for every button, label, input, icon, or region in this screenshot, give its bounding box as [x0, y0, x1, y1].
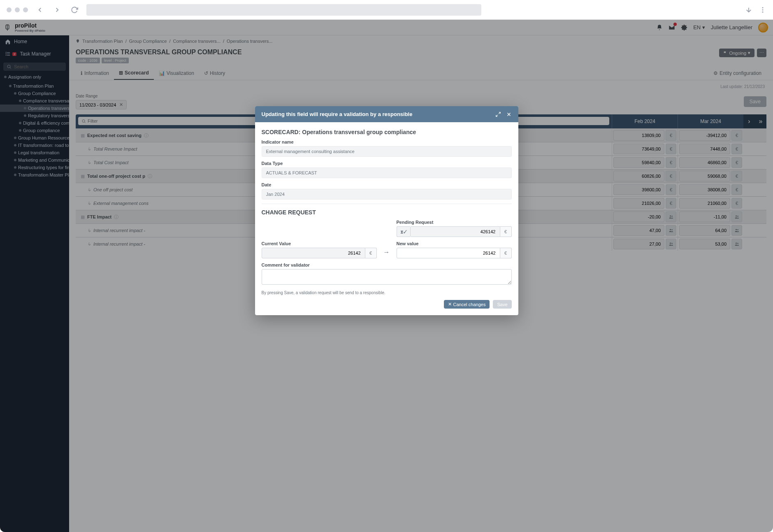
- close-icon: ✕: [448, 302, 452, 307]
- date-field: [262, 189, 512, 200]
- svg-point-2: [762, 9, 764, 10]
- currency-unit: €: [500, 248, 512, 258]
- modal-hint: By pressing Save, a validation request w…: [262, 290, 512, 295]
- more-icon[interactable]: [759, 6, 766, 14]
- svg-point-1: [762, 7, 764, 8]
- comment-label: Comment for validator: [262, 263, 512, 267]
- browser-chrome: [0, 0, 773, 20]
- traffic-lights: [7, 7, 28, 12]
- datatype-field: [262, 167, 512, 178]
- traffic-light-min[interactable]: [15, 7, 20, 12]
- back-icon[interactable]: [35, 5, 45, 15]
- arrow-right-icon: →: [382, 249, 392, 258]
- url-bar[interactable]: [86, 4, 481, 16]
- indicator-field: [262, 146, 512, 157]
- comment-field[interactable]: [262, 269, 512, 285]
- currency-unit: €: [365, 248, 377, 258]
- current-value-field: [262, 248, 365, 258]
- modal-title: Updating this field will require a valid…: [262, 111, 413, 117]
- close-icon[interactable]: [506, 112, 512, 117]
- traffic-light-close[interactable]: [7, 7, 12, 12]
- forward-icon[interactable]: [52, 5, 63, 15]
- datatype-label: Data Type: [262, 161, 512, 166]
- pending-label: Pending Request: [397, 220, 512, 225]
- svg-point-3: [762, 11, 764, 12]
- hourglass-icon: ⧗✓: [397, 226, 410, 237]
- svg-line-27: [496, 115, 497, 116]
- cancel-button[interactable]: ✕ Cancel changes: [444, 300, 490, 309]
- download-icon[interactable]: [745, 6, 752, 14]
- reload-icon[interactable]: [69, 5, 80, 15]
- new-label: New value: [397, 241, 512, 246]
- new-value-field[interactable]: [397, 248, 500, 258]
- indicator-label: Indicator name: [262, 139, 512, 144]
- modal-section-change-request: CHANGE REQUEST: [262, 209, 512, 216]
- traffic-light-max[interactable]: [23, 7, 28, 12]
- validation-modal: Updating this field will require a valid…: [255, 106, 518, 315]
- modal-header: Updating this field will require a valid…: [255, 106, 518, 122]
- date-label: Date: [262, 182, 512, 187]
- current-label: Current Value: [262, 241, 377, 246]
- currency-unit: €: [500, 226, 512, 237]
- modal-overlay[interactable]: Updating this field will require a valid…: [0, 20, 773, 532]
- expand-icon[interactable]: [495, 112, 501, 117]
- svg-line-26: [499, 112, 500, 114]
- modal-save-button[interactable]: Save: [493, 300, 511, 309]
- pending-field: [410, 226, 500, 237]
- modal-section-scorecard: SCORECARD: Operations transversal group …: [262, 129, 512, 135]
